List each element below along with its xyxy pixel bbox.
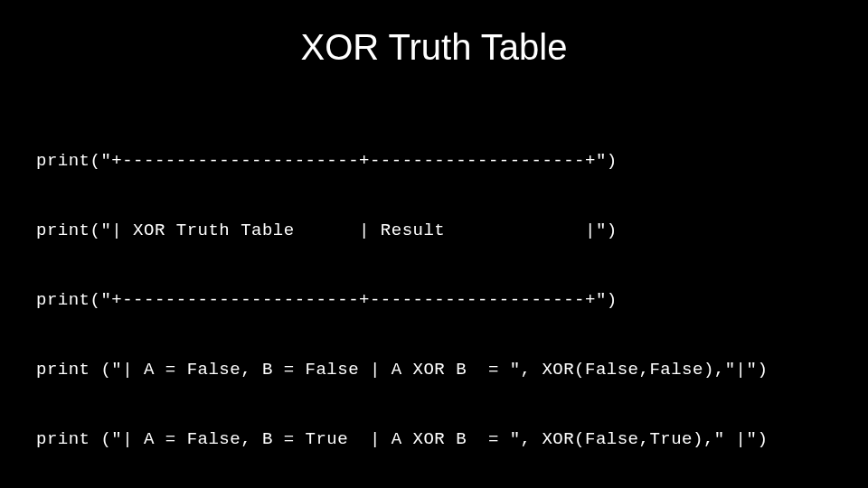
code-line: print ("| A = False, B = False | A XOR B…: [36, 359, 832, 382]
slide: XOR Truth Table print("+----------------…: [0, 0, 868, 488]
code-line: print("| XOR Truth Table | Result |"): [36, 220, 832, 243]
code-line: print ("| A = False, B = True | A XOR B …: [36, 428, 832, 452]
code-line: print("+----------------------+---------…: [36, 289, 832, 313]
slide-title: XOR Truth Table: [36, 27, 832, 68]
code-block: print("+----------------------+---------…: [36, 104, 832, 488]
code-line: print("+----------------------+---------…: [36, 150, 832, 174]
